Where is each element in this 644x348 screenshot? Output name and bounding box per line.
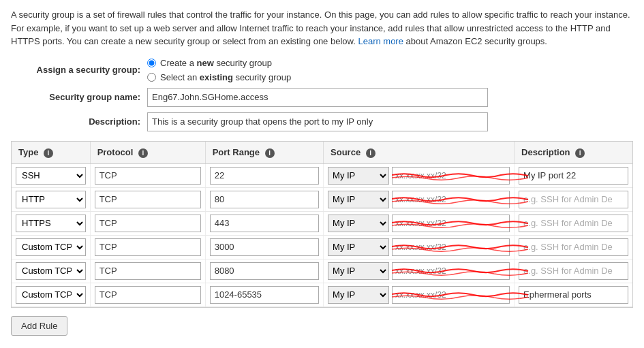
ip-container-3 [392, 238, 510, 256]
protocol-cell-2 [90, 211, 205, 235]
type-select-1[interactable]: HTTP [16, 191, 86, 208]
source-ip-input-5[interactable] [392, 286, 510, 304]
add-rule-button[interactable]: Add Rule [11, 316, 67, 336]
source-select-1[interactable]: My IP [328, 191, 389, 208]
type-cell-3: Custom TCP R [12, 235, 90, 259]
desc-input-3[interactable] [519, 238, 628, 256]
source-select-0[interactable]: My IP [328, 167, 389, 185]
radio-existing-text: Select an existing security group [160, 72, 291, 82]
radio-new-label[interactable]: Create a new security group [147, 58, 291, 68]
protocol-input-0 [95, 167, 201, 185]
protocol-input-1 [95, 191, 201, 208]
source-select-5[interactable]: My IP [328, 286, 389, 304]
desc-input-1[interactable] [519, 191, 628, 208]
rules-table: Type i Protocol i Port Range i Source i … [12, 142, 632, 307]
protocol-cell-0 [90, 163, 205, 187]
port-info-icon[interactable]: i [265, 148, 275, 158]
source-cell-0: My IP [324, 163, 515, 187]
type-cell-4: Custom TCP R [12, 259, 90, 283]
desc-cell-4 [515, 259, 632, 283]
port-input-4[interactable] [210, 262, 319, 280]
type-info-icon[interactable]: i [44, 148, 53, 158]
radio-existing-label[interactable]: Select an existing security group [147, 72, 291, 82]
protocol-info-icon[interactable]: i [138, 148, 148, 158]
type-select-2[interactable]: HTTPS [16, 215, 86, 232]
type-select-4[interactable]: Custom TCP R [16, 262, 86, 280]
col-type: Type i [12, 142, 90, 164]
type-cell-0: SSH [12, 163, 90, 187]
desc-input-0[interactable] [519, 167, 628, 185]
source-wrapper-1: My IP [328, 191, 510, 208]
assign-label: Assign a security group: [11, 65, 140, 75]
source-select-4[interactable]: My IP [328, 262, 389, 280]
source-wrapper-2: My IP [328, 215, 510, 232]
radio-group: Create a new security group Select an ex… [147, 58, 291, 82]
col-protocol: Protocol i [90, 142, 205, 164]
ip-container-0 [392, 167, 510, 185]
radio-new-text: Create a new security group [160, 58, 272, 68]
desc-info-icon[interactable]: i [575, 148, 585, 158]
type-cell-2: HTTPS [12, 211, 90, 235]
source-ip-input-4[interactable] [392, 262, 510, 280]
protocol-input-3 [95, 238, 201, 256]
source-ip-input-2[interactable] [392, 215, 510, 232]
type-select-3[interactable]: Custom TCP R [16, 238, 86, 256]
source-select-2[interactable]: My IP [328, 215, 389, 232]
table-row: Custom TCP RMy IP [12, 283, 632, 306]
source-wrapper-3: My IP [328, 238, 510, 256]
source-info-icon[interactable]: i [366, 148, 375, 158]
port-cell-2 [205, 211, 323, 235]
port-cell-1 [205, 187, 323, 211]
ip-container-4 [392, 262, 510, 280]
description-input[interactable] [147, 112, 488, 131]
source-ip-input-0[interactable] [392, 167, 510, 185]
port-cell-3 [205, 235, 323, 259]
source-wrapper-4: My IP [328, 262, 510, 280]
col-description: Description i [515, 142, 632, 164]
desc-cell-1 [515, 187, 632, 211]
col-source: Source i [324, 142, 515, 164]
desc-input-2[interactable] [519, 215, 628, 232]
source-select-3[interactable]: My IP [328, 238, 389, 256]
protocol-input-4 [95, 262, 201, 280]
desc-input-5[interactable] [519, 286, 628, 304]
sg-name-input[interactable] [147, 88, 488, 107]
desc-cell-3 [515, 235, 632, 259]
source-ip-input-1[interactable] [392, 191, 510, 208]
desc-input-4[interactable] [519, 262, 628, 280]
type-cell-5: Custom TCP R [12, 283, 90, 306]
radio-existing[interactable] [147, 73, 156, 82]
description-label: Description: [11, 116, 140, 127]
radio-new[interactable] [147, 59, 156, 67]
type-select-5[interactable]: Custom TCP R [16, 286, 86, 304]
source-cell-2: My IP [324, 211, 515, 235]
ip-container-1 [392, 191, 510, 208]
sg-name-label: Security group name: [11, 92, 140, 102]
port-input-2[interactable] [210, 215, 319, 232]
port-input-3[interactable] [210, 238, 319, 256]
port-input-5[interactable] [210, 286, 319, 304]
table-row: Custom TCP RMy IP [12, 259, 632, 283]
table-row: SSHMy IP [12, 163, 632, 187]
port-cell-0 [205, 163, 323, 187]
source-cell-1: My IP [324, 187, 515, 211]
source-wrapper-5: My IP [328, 286, 510, 304]
page-container: A security group is a set of firewall ru… [0, 0, 644, 344]
source-wrapper-0: My IP [328, 167, 510, 185]
port-input-1[interactable] [210, 191, 319, 208]
source-cell-3: My IP [324, 235, 515, 259]
rules-table-container: Type i Protocol i Port Range i Source i … [11, 141, 633, 308]
source-ip-input-3[interactable] [392, 238, 510, 256]
type-select-0[interactable]: SSH [16, 167, 86, 185]
ip-container-2 [392, 215, 510, 232]
desc-cell-5 [515, 283, 632, 306]
port-input-0[interactable] [210, 167, 319, 185]
type-cell-1: HTTP [12, 187, 90, 211]
table-row: Custom TCP RMy IP [12, 235, 632, 259]
description-row: Description: [11, 112, 633, 131]
table-header-row: Type i Protocol i Port Range i Source i … [12, 142, 632, 164]
source-cell-5: My IP [324, 283, 515, 306]
source-cell-4: My IP [324, 259, 515, 283]
table-row: HTTPMy IP [12, 187, 632, 211]
learn-more-link[interactable]: Learn more [358, 36, 403, 46]
